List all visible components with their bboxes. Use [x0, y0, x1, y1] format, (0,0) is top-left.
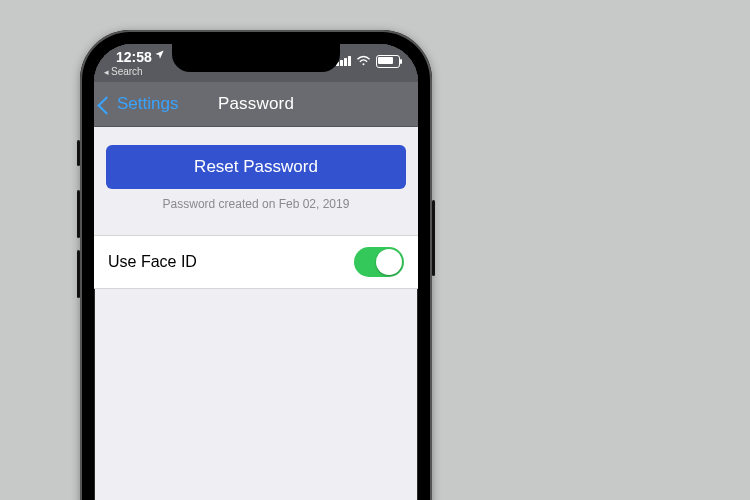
page-title: Password [94, 82, 418, 126]
toggle-knob [376, 249, 402, 275]
status-back-app[interactable]: Search [104, 66, 143, 77]
silence-switch [77, 140, 80, 166]
power-button [432, 200, 435, 276]
location-icon [154, 49, 165, 60]
faceid-toggle[interactable] [354, 247, 404, 277]
status-indicators [336, 53, 400, 69]
volume-down-button [77, 250, 80, 298]
device-frame: 12:58 Search Settings Password Reset [80, 30, 432, 500]
notch [172, 44, 340, 72]
faceid-row: Use Face ID [94, 235, 418, 289]
volume-up-button [77, 190, 80, 238]
nav-bar: Settings Password [94, 82, 418, 127]
password-created-label: Password created on Feb 02, 2019 [106, 197, 406, 211]
wifi-icon [356, 53, 371, 69]
faceid-label: Use Face ID [108, 253, 197, 271]
reset-password-button[interactable]: Reset Password [106, 145, 406, 189]
content-area: Reset Password Password created on Feb 0… [94, 127, 418, 289]
battery-icon [376, 55, 400, 68]
status-time: 12:58 [116, 49, 152, 65]
svg-point-0 [363, 63, 365, 65]
phone-screen: 12:58 Search Settings Password Reset [94, 44, 418, 500]
